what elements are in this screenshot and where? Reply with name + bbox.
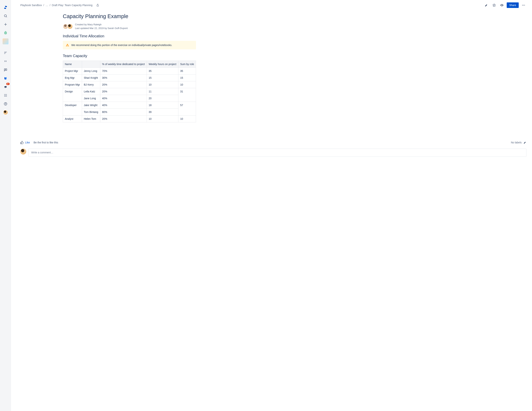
create-icon[interactable]	[2, 21, 9, 28]
cell-pct: 20%	[100, 115, 147, 122]
table-header	[82, 61, 100, 68]
cell-role: Project Mgr	[63, 68, 82, 75]
svg-point-30	[522, 5, 523, 5]
svg-point-21	[5, 95, 6, 96]
filter-icon[interactable]	[2, 49, 9, 57]
capacity-table: Name % of weekly time dedicated to proje…	[63, 61, 196, 122]
cell-role: Developer	[63, 102, 82, 115]
help-icon[interactable]	[2, 100, 9, 107]
cell-sum: 15	[178, 75, 196, 81]
chat-icon[interactable]	[2, 66, 9, 74]
notification-badge: 9+	[6, 83, 10, 85]
table-row: Tom Bintang80%39	[63, 109, 196, 115]
table-header: Sum by role	[178, 61, 196, 68]
svg-point-20	[4, 95, 5, 96]
unlocked-icon[interactable]	[96, 4, 99, 7]
profile-avatar[interactable]	[2, 109, 9, 116]
section-heading-individual: Individual Time Allocation	[63, 34, 196, 38]
cell-person: Helen Tom	[82, 115, 100, 122]
breadcrumb-ellipsis[interactable]: …	[46, 4, 48, 7]
created-by-text: Created by Mary Raleigh	[75, 23, 128, 26]
table-row: DesignLeila Katz20%1131	[63, 88, 196, 95]
warning-icon	[66, 43, 69, 47]
no-labels-text: No labels	[511, 141, 522, 144]
cell-hours: 20	[147, 95, 178, 102]
svg-point-17	[4, 94, 5, 95]
cell-pct: 70%	[100, 68, 147, 75]
cell-hours: 10	[147, 81, 178, 88]
edit-icon[interactable]	[484, 2, 489, 8]
section-heading-team: Team Capacity	[63, 54, 196, 58]
svg-point-0	[4, 15, 7, 17]
like-button[interactable]: Like	[25, 141, 30, 144]
svg-line-1	[6, 17, 7, 17]
table-header: Name	[63, 61, 82, 68]
cell-hours: 35	[147, 68, 178, 75]
cell-sum: 10	[178, 115, 196, 122]
cell-pct: 40%	[100, 102, 147, 109]
search-icon[interactable]	[2, 12, 9, 19]
table-row: Program MgrBJ Kerry20%1010	[63, 81, 196, 88]
cell-role: Program Mgr	[63, 81, 82, 88]
comment-placeholder: Write a comment…	[31, 151, 53, 154]
breadcrumb: Playbook Sandbox / … / Draft Play: Team …	[20, 4, 99, 7]
svg-marker-29	[493, 4, 495, 7]
svg-line-9	[6, 32, 7, 32]
breadcrumb-root[interactable]: Playbook Sandbox	[20, 4, 42, 7]
breadcrumb-current[interactable]: Draft Play: Team Capacity Planning	[52, 4, 93, 7]
cell-sum: 57	[178, 102, 196, 115]
table-row: DeveloperJake Wright40%1857	[63, 102, 196, 109]
bug-icon[interactable]	[2, 29, 9, 37]
like-hint: Be the first to like this	[34, 141, 58, 144]
cell-person: Jenny Long	[82, 68, 100, 75]
announcement-icon[interactable]: 9+	[2, 83, 9, 91]
svg-point-24	[5, 96, 6, 97]
cell-hours: 15	[147, 75, 178, 81]
avatar[interactable]	[67, 24, 73, 29]
cell-sum: 10	[178, 81, 196, 88]
cell-hours: 10	[147, 115, 178, 122]
edit-labels-icon[interactable]	[523, 141, 526, 144]
space-thumbnail[interactable]	[2, 38, 9, 45]
book-icon[interactable]	[2, 75, 9, 82]
svg-point-22	[6, 95, 7, 96]
cell-person: Leila Katz	[82, 88, 100, 95]
svg-point-31	[523, 5, 524, 5]
svg-rect-28	[97, 5, 98, 6]
more-icon[interactable]	[521, 2, 526, 8]
cell-person: Tom Bintang	[82, 109, 100, 115]
star-icon[interactable]	[491, 2, 497, 8]
topbar: Playbook Sandbox / … / Draft Play: Team …	[11, 0, 532, 10]
table-row: Project MgrJenny Long70%3535	[63, 68, 196, 75]
byline: Created by Mary Raleigh Last updated Mar…	[63, 23, 196, 30]
share-button[interactable]: Share	[507, 2, 519, 8]
app-logo-icon[interactable]	[2, 4, 9, 11]
current-user-avatar	[20, 149, 26, 154]
table-header: Weekly hours on project	[147, 61, 178, 68]
cell-hours: 39	[147, 109, 178, 115]
table-row: Eng MgrShari Knight30%1515	[63, 75, 196, 81]
cell-pct: 20%	[100, 81, 147, 88]
like-icon[interactable]	[20, 141, 24, 144]
cell-hours: 11	[147, 88, 178, 95]
comment-input[interactable]: Write a comment…	[28, 149, 526, 157]
svg-point-18	[5, 94, 6, 95]
apps-icon[interactable]	[2, 92, 9, 99]
cell-person: Jake Wright	[82, 102, 100, 109]
table-row: Jane Long40%20	[63, 95, 196, 102]
cell-pct: 20%	[100, 88, 147, 95]
table-row: AnalystHelen Tom20%1010	[63, 115, 196, 122]
cell-sum: 35	[178, 68, 196, 75]
cell-pct: 80%	[100, 109, 147, 115]
table-header: % of weekly time dedicated to project	[100, 61, 147, 68]
author-avatars	[63, 24, 73, 29]
warning-text: We recommend doing this portion of the e…	[71, 44, 172, 47]
svg-point-23	[4, 96, 5, 97]
cell-role: Design	[63, 88, 82, 102]
svg-point-19	[6, 94, 7, 95]
watch-icon[interactable]	[499, 2, 505, 8]
svg-point-27	[5, 105, 6, 105]
quote-icon[interactable]	[2, 58, 9, 65]
cell-person: Jane Long	[82, 95, 100, 102]
cell-pct: 40%	[100, 95, 147, 102]
